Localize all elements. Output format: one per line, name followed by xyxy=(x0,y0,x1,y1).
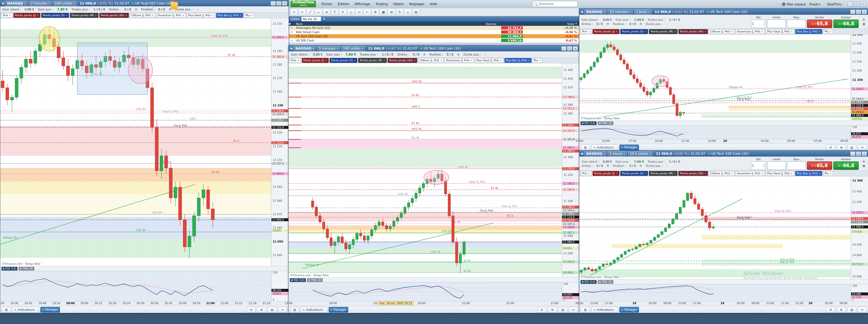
indicator-chip[interactable]: Clôture (J, Pré)× xyxy=(709,171,734,176)
workspace-button[interactable]: Mon espace xyxy=(782,2,806,6)
symbol-dropdown[interactable]: NASDAQ▾ xyxy=(585,9,607,14)
calendar-icon[interactable]: ▤ xyxy=(558,307,567,313)
settings-icon[interactable]: ⚙ xyxy=(372,9,379,15)
calendar-icon[interactable]: ▤ xyxy=(268,307,277,313)
close-icon[interactable]: × xyxy=(830,172,832,175)
refresh-icon[interactable]: ↻ xyxy=(396,9,403,15)
close-icon[interactable]: × xyxy=(704,172,706,175)
symbol-dropdown[interactable]: NASDAQ▾ xyxy=(585,151,607,156)
menu-affichage[interactable]: Affichage xyxy=(352,1,373,7)
rsi-pane[interactable]: 100034,95539,239 xyxy=(289,282,579,301)
spin-down-icon[interactable]: ▾ xyxy=(764,166,765,168)
gear-icon[interactable]: ⚙ xyxy=(640,22,642,26)
col-dernier[interactable]: Dernier xyxy=(441,22,541,26)
rsi-legend-chip[interactable]: RSI (14) xyxy=(1,267,18,271)
close-icon[interactable]: × xyxy=(761,30,763,33)
calendar-icon[interactable]: ▤ xyxy=(847,307,856,313)
filter-icon[interactable]: ▼ xyxy=(289,22,294,26)
close-icon[interactable]: × xyxy=(674,172,676,175)
close-icon[interactable]: × xyxy=(588,172,590,175)
timeframe-dropdown[interactable]: 5 minutes▾ xyxy=(317,46,340,51)
close-button[interactable]: × xyxy=(862,10,867,14)
chart-type-icon[interactable]: ▥ xyxy=(2,307,11,313)
trendline-icon[interactable]: ╱ xyxy=(307,9,314,15)
indicator-chip[interactable]: Points pivots (J)× xyxy=(13,13,40,18)
window-titlebar[interactable]: ▮▮NASDAQ▾5 minutes▾100 unités▾11 066,0(-… xyxy=(289,45,579,51)
app-search[interactable] xyxy=(532,1,578,7)
indicator-chip[interactable]: Plu× xyxy=(823,171,833,176)
indicator-chip[interactable]: Prix× xyxy=(290,58,301,63)
menu-réglages[interactable]: Réglages xyxy=(407,1,427,7)
pan-icon[interactable]: ↔ xyxy=(858,307,867,313)
indicator-chip[interactable]: Points pivots (J)× xyxy=(593,29,619,34)
col-var[interactable]: %Var▼ xyxy=(541,22,579,26)
indicator-chip[interactable]: Plu× xyxy=(823,29,833,34)
zoom-in-icon[interactable]: ⊕ xyxy=(257,307,266,313)
indicator-chip[interactable]: Points pivots (S)× xyxy=(620,29,648,34)
price-chart[interactable]: Haut (S, Pré)Haut (J, Pré)Clo (J, Pré)Ou… xyxy=(579,176,868,279)
spin-down-icon[interactable]: ▾ xyxy=(764,24,765,26)
maximize-button[interactable]: ▢ xyxy=(856,151,861,156)
indicator-chip[interactable]: Points pivots (M)× xyxy=(358,58,387,63)
price-plot-svg[interactable]: Haut (S, Pré)R1 4hmS1 4hmR1 4hHaut (J, P… xyxy=(0,18,289,266)
indicators-button[interactable]: ∿Indicateurs▾ xyxy=(591,145,618,150)
window-titlebar[interactable]: ▮▮NASDAQ▾1 heure▾10 k unités▾11 066,0(-0… xyxy=(579,151,868,156)
indicator-chip[interactable]: Prix× xyxy=(581,171,592,176)
indicator-chip[interactable]: Plu× xyxy=(532,58,542,63)
watchlist-tab[interactable]: Listes xyxy=(290,17,300,21)
tma-legend-chip[interactable]: TMA (9) xyxy=(598,280,613,284)
new-window-icon[interactable]: ⊞ xyxy=(388,9,395,15)
close-icon[interactable]: × xyxy=(250,14,252,17)
close-icon[interactable]: × xyxy=(588,30,590,33)
menu-aide[interactable]: Aide xyxy=(427,1,439,7)
zoom-out-icon[interactable]: ⊖ xyxy=(247,307,255,313)
close-icon[interactable]: × xyxy=(645,172,647,175)
indicator-chip[interactable]: Plus Haut (J, Pré)× xyxy=(766,29,794,34)
close-icon[interactable]: × xyxy=(9,14,11,17)
limit-field[interactable] xyxy=(767,161,786,170)
share-button[interactable]: »Partager xyxy=(40,307,60,313)
indicator-chip[interactable]: Points pivots (J)× xyxy=(593,171,619,176)
indicators-button[interactable]: ∿Indicateurs▾ xyxy=(591,307,618,313)
close-button[interactable]: × xyxy=(862,151,867,156)
watchlist-row[interactable]: ≣US 500 Cash3 698,14-0,67 % xyxy=(289,38,579,43)
gear-icon[interactable]: ⚙ xyxy=(607,164,609,168)
zoom-out-icon[interactable]: ⊖ xyxy=(826,145,835,150)
symbol-dropdown[interactable]: NASDAQ▾ xyxy=(294,46,316,51)
menu-trading[interactable]: Trading xyxy=(373,1,390,7)
indicator-chip[interactable]: Points pivots (S)× xyxy=(41,13,69,18)
indicator-chip[interactable]: Prix× xyxy=(581,29,592,34)
watchlist-row[interactable]: ≣US Tech 100 Cash (1€)11 066,0-0,61 % xyxy=(289,34,579,38)
symbol-dropdown[interactable]: NASDAQ▾ xyxy=(5,1,27,6)
share-button[interactable]: »Partager xyxy=(619,145,639,150)
order-settings-icon[interactable]: ⚙ xyxy=(863,18,865,21)
indicator-chip[interactable]: Clôture (J, Pré)× xyxy=(709,29,734,34)
chart-type-icon[interactable]: ▥ xyxy=(581,307,590,313)
minimize-button[interactable]: – xyxy=(850,10,855,14)
close-icon[interactable]: × xyxy=(731,30,733,33)
indicator-chip[interactable]: Points pivots (S)× xyxy=(330,58,357,63)
close-button[interactable]: × xyxy=(282,1,287,6)
sell-button[interactable]: 11 065,8 xyxy=(807,20,832,28)
minimize-button[interactable]: – xyxy=(850,151,855,156)
rsi-pane[interactable]: 100043,48947,155 xyxy=(579,284,868,301)
tma-legend-chip[interactable]: TMA (9) xyxy=(307,278,323,282)
window-titlebar[interactable]: ▮▮NASDAQ▾15 minutes▾2 jours▾11 066,0(-0,… xyxy=(579,9,868,15)
zoom-in-icon[interactable]: ⊕ xyxy=(837,145,846,150)
indicator-chip[interactable]: Ouverture (J, Pré)× xyxy=(735,171,765,176)
limit-field[interactable] xyxy=(767,20,786,28)
stop-field[interactable] xyxy=(787,20,806,28)
indicator-chip[interactable]: Plus Bas (J, Pré)× xyxy=(504,58,531,63)
order-layout-icon[interactable]: ▦ xyxy=(863,164,865,168)
close-icon[interactable]: × xyxy=(37,14,39,17)
close-icon[interactable]: × xyxy=(674,30,676,33)
rsi-legend-chip[interactable]: RSI (14) xyxy=(290,278,306,282)
crosshair-icon[interactable]: + xyxy=(299,9,306,15)
horizontal-line-icon[interactable]: ― xyxy=(315,9,322,15)
close-icon[interactable]: × xyxy=(383,59,385,62)
edit-list-icon[interactable]: ✎ xyxy=(323,17,326,21)
close-icon[interactable]: × xyxy=(152,14,154,17)
stop-field[interactable] xyxy=(787,161,806,170)
close-icon[interactable]: × xyxy=(212,14,214,17)
close-icon[interactable]: × xyxy=(66,14,68,17)
